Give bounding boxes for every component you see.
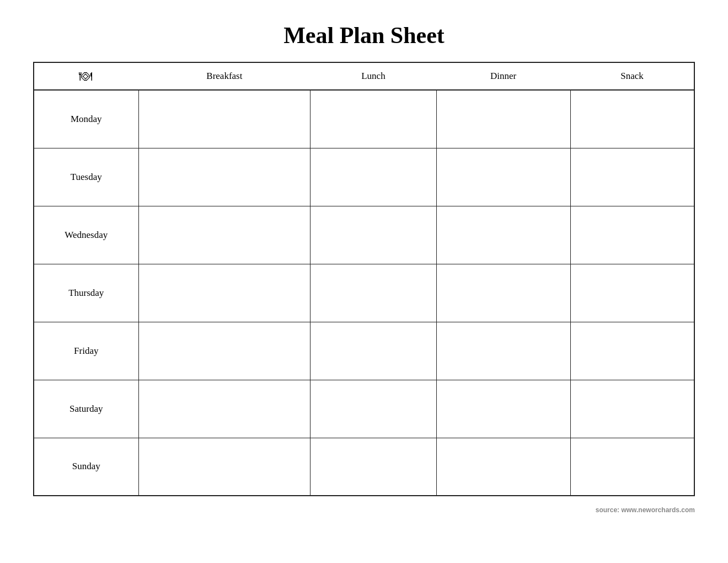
meal-cell-tuesday-breakfast[interactable] <box>138 148 311 206</box>
day-label-thursday: Thursday <box>34 264 138 322</box>
meal-cell-saturday-lunch[interactable] <box>311 380 436 438</box>
source-attribution: source: www.neworchards.com <box>596 506 695 514</box>
meal-cell-sunday-dinner[interactable] <box>436 438 570 496</box>
meal-cell-tuesday-dinner[interactable] <box>436 148 570 206</box>
meal-cell-friday-snack[interactable] <box>570 322 694 380</box>
meal-cell-tuesday-snack[interactable] <box>570 148 694 206</box>
meal-cell-sunday-lunch[interactable] <box>311 438 436 496</box>
meal-cell-sunday-breakfast[interactable] <box>138 438 311 496</box>
meal-cell-wednesday-dinner[interactable] <box>436 206 570 264</box>
meal-cell-friday-breakfast[interactable] <box>138 322 311 380</box>
table-row: Monday <box>34 90 694 148</box>
page-title: Meal Plan Sheet <box>283 22 445 49</box>
meal-cell-monday-lunch[interactable] <box>311 90 436 148</box>
table-row: Thursday <box>34 264 694 322</box>
meal-cell-monday-breakfast[interactable] <box>138 90 311 148</box>
meal-cell-saturday-dinner[interactable] <box>436 380 570 438</box>
meal-cell-saturday-snack[interactable] <box>570 380 694 438</box>
source-prefix: source: <box>596 506 622 514</box>
meal-cell-wednesday-lunch[interactable] <box>311 206 436 264</box>
header-breakfast: Breakfast <box>138 62 311 90</box>
table-row: Saturday <box>34 380 694 438</box>
header-dinner: Dinner <box>436 62 570 90</box>
day-label-tuesday: Tuesday <box>34 148 138 206</box>
source-url: www.neworchards.com <box>621 506 695 514</box>
table-row: Sunday <box>34 438 694 496</box>
meal-cell-friday-lunch[interactable] <box>311 322 436 380</box>
meal-cell-thursday-dinner[interactable] <box>436 264 570 322</box>
day-label-sunday: Sunday <box>34 438 138 496</box>
day-label-friday: Friday <box>34 322 138 380</box>
meal-cell-thursday-lunch[interactable] <box>311 264 436 322</box>
meal-cell-monday-dinner[interactable] <box>436 90 570 148</box>
day-label-saturday: Saturday <box>34 380 138 438</box>
meal-cell-sunday-snack[interactable] <box>570 438 694 496</box>
header-lunch: Lunch <box>311 62 436 90</box>
meal-cell-tuesday-lunch[interactable] <box>311 148 436 206</box>
header-snack: Snack <box>570 62 694 90</box>
meal-cell-thursday-snack[interactable] <box>570 264 694 322</box>
meal-cell-saturday-breakfast[interactable] <box>138 380 311 438</box>
table-row: Wednesday <box>34 206 694 264</box>
header-day-icon: 🍽 <box>34 62 138 90</box>
meal-cell-thursday-breakfast[interactable] <box>138 264 311 322</box>
day-label-monday: Monday <box>34 90 138 148</box>
meal-plan-table: 🍽 Breakfast Lunch Dinner Snack MondayTue… <box>33 62 695 496</box>
meal-cell-wednesday-snack[interactable] <box>570 206 694 264</box>
meal-cell-monday-snack[interactable] <box>570 90 694 148</box>
table-row: Tuesday <box>34 148 694 206</box>
meal-cell-wednesday-breakfast[interactable] <box>138 206 311 264</box>
table-row: Friday <box>34 322 694 380</box>
meal-cell-friday-dinner[interactable] <box>436 322 570 380</box>
day-label-wednesday: Wednesday <box>34 206 138 264</box>
